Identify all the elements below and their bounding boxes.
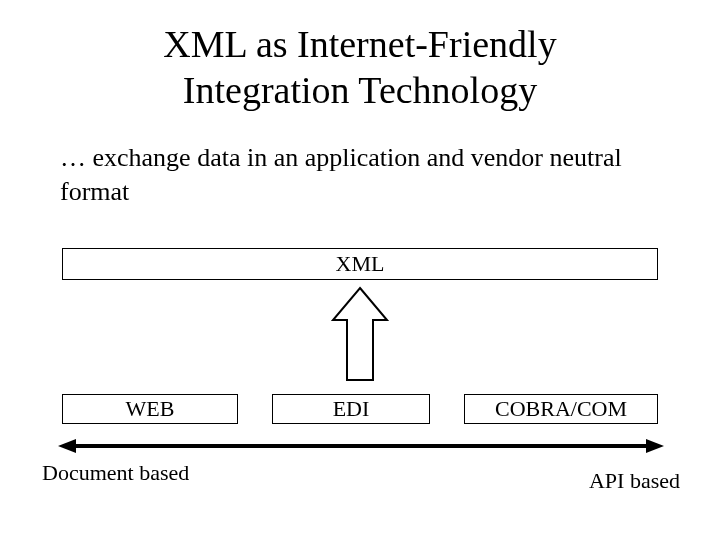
cobra-com-box: COBRA/COM	[464, 394, 658, 424]
title-line-1: XML as Internet-Friendly	[163, 23, 556, 65]
web-box: WEB	[62, 394, 238, 424]
title-line-2: Integration Technology	[183, 69, 537, 111]
slide-title: XML as Internet-Friendly Integration Tec…	[0, 0, 720, 113]
xml-box-label: XML	[336, 251, 385, 276]
edi-box-label: EDI	[333, 396, 370, 421]
svg-marker-0	[333, 288, 387, 380]
axis-label-right: API based	[589, 468, 680, 494]
xml-box: XML	[62, 248, 658, 280]
axis-label-left: Document based	[42, 460, 189, 486]
web-box-label: WEB	[126, 396, 175, 421]
double-arrow-icon	[58, 436, 664, 456]
up-arrow-icon	[329, 286, 391, 384]
cobra-com-box-label: COBRA/COM	[495, 396, 627, 421]
edi-box: EDI	[272, 394, 430, 424]
svg-marker-2	[58, 439, 76, 453]
slide-subtitle: … exchange data in an application and ve…	[0, 113, 720, 209]
svg-marker-3	[646, 439, 664, 453]
